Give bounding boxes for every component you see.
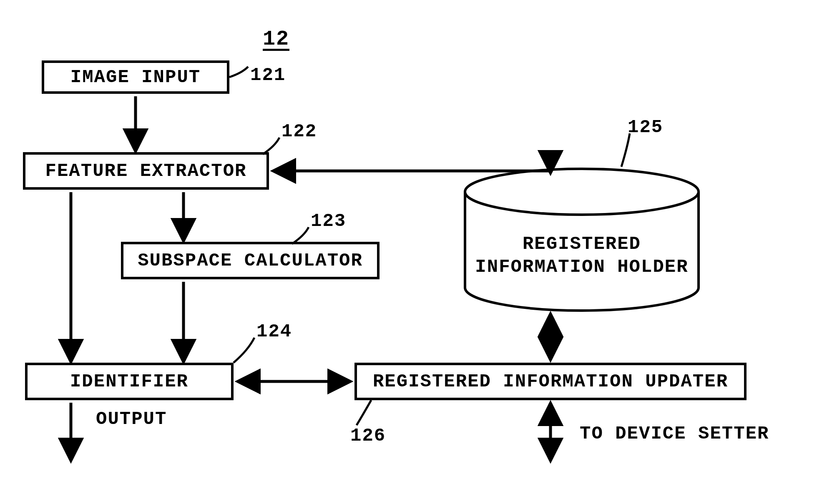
cylinder-db: [465, 169, 699, 311]
svg-point-0: [465, 169, 699, 215]
diagram-svg: [0, 0, 832, 504]
leader-123: [292, 227, 309, 244]
leader-125: [621, 133, 630, 167]
leader-122: [263, 138, 279, 154]
leader-126: [357, 400, 371, 425]
diagram-stage: 12 IMAGE INPUT 121 FEATURE EXTRACTOR 122…: [0, 0, 832, 504]
leader-121: [229, 67, 248, 77]
leader-124: [234, 338, 254, 363]
arrow-db-to-extractor: [275, 167, 550, 171]
